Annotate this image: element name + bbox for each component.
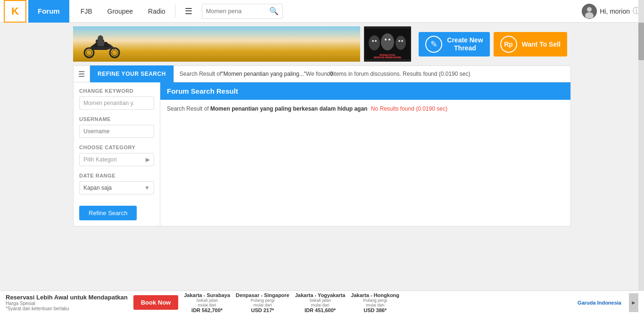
keyword-input[interactable] (79, 97, 154, 110)
results-panel: Forum Search Result Search Result of Mom… (160, 82, 571, 226)
svg-point-15 (381, 33, 394, 50)
refine-tab: REFINE YOUR SEARCH (90, 65, 173, 82)
svg-point-6 (112, 50, 117, 56)
action-buttons: ✎ Create NewThread Rp Want To Sell (415, 26, 571, 62)
nav-radio[interactable]: Radio (140, 0, 173, 23)
nav-groupee[interactable]: Groupee (100, 0, 140, 23)
svg-point-3 (84, 48, 94, 57)
list-view-icon[interactable]: ☰ (73, 65, 90, 82)
username-input[interactable] (79, 125, 154, 138)
refine-bar: ☰ REFINE YOUR SEARCH Search Result of "M… (73, 65, 571, 82)
nav-fjb-label: FJB (81, 8, 92, 15)
category-section: CHOOSE CATEGORY Pilih Kategori ▶ (79, 145, 154, 166)
nav-divider (175, 5, 175, 18)
date-value: Kapan saja (83, 185, 112, 191)
svg-point-18 (375, 40, 377, 42)
svg-point-21 (398, 40, 400, 42)
result-keyword: "Momen penantian yang paling..." (222, 71, 306, 77)
main-content: CHANGE KEYWORD USERNAME CHOOSE CATEGORY … (73, 82, 571, 226)
svg-point-1 (587, 7, 592, 12)
banner-ad: PERINGATAN: MEROKOK MEMBUNUHMU (364, 26, 411, 62)
category-label: CHOOSE CATEGORY (79, 145, 154, 150)
svg-point-20 (388, 39, 390, 40)
banner-area: PERINGATAN: MEROKOK MEMBUNUHMU ✎ Create … (0, 23, 644, 65)
nav-groupee-label: Groupee (107, 8, 133, 15)
banner-main (73, 26, 360, 62)
refine-tab-label: REFINE YOUR SEARCH (98, 71, 166, 77)
navbar: K Forum FJB Groupee Radio ☰ 🔍 Hi, morion… (0, 0, 644, 23)
no-results-text: No Results found (0.0190 sec) (371, 105, 447, 112)
logo-k: K (11, 5, 19, 17)
svg-point-17 (372, 40, 374, 42)
result-prefix: Search Result of (180, 71, 222, 77)
scrollbar[interactable] (638, 0, 644, 226)
svg-point-16 (396, 36, 406, 50)
search-result-info: Search Result of "Momen penantian yang p… (173, 65, 571, 82)
category-arrow-icon: ▶ (146, 156, 150, 163)
results-body-prefix: Search Result of (167, 105, 210, 112)
username-label: USERNAME (79, 116, 154, 122)
results-header-title: Forum Search Result (167, 87, 238, 95)
scrollbar-thumb[interactable] (638, 23, 644, 60)
svg-text:MEROKOK MEMBUNUHMU: MEROKOK MEMBUNUHMU (374, 56, 402, 59)
nav-menu-icon[interactable]: ☰ (177, 0, 200, 23)
found-text: We found (306, 71, 330, 77)
refine-search-button[interactable]: Refine Search (79, 206, 137, 220)
user-greeting: Hi, morion (600, 8, 630, 15)
date-label: DATE RANGE (79, 173, 154, 178)
result-count: 0 (330, 71, 333, 77)
category-dropdown[interactable]: Pilih Kategori ▶ (79, 153, 154, 166)
want-to-sell-label: Want To Sell (522, 40, 561, 48)
search-input[interactable] (206, 8, 267, 15)
date-dropdown[interactable]: Kapan saja ▼ (79, 181, 154, 194)
svg-point-5 (110, 48, 119, 57)
svg-point-19 (385, 39, 387, 40)
svg-rect-12 (98, 40, 104, 46)
search-icon[interactable]: 🔍 (269, 7, 279, 16)
logo-box[interactable]: K (4, 0, 26, 23)
results-body: Search Result of Momen penantian yang pa… (160, 100, 570, 118)
create-thread-label: Create NewThread (447, 36, 483, 52)
results-header: Forum Search Result (160, 82, 570, 100)
motorcycle-silhouette (81, 35, 123, 60)
create-thread-button[interactable]: ✎ Create NewThread (419, 32, 489, 56)
username-section: USERNAME (79, 116, 154, 138)
date-section: DATE RANGE Kapan saja ▼ (79, 173, 154, 194)
nav-user: Hi, morion ⓘ (582, 4, 640, 19)
search-box: 🔍 (202, 4, 283, 19)
result-suffix: items in forum discussions. Results foun… (333, 71, 471, 77)
svg-point-14 (369, 35, 380, 50)
svg-point-22 (401, 40, 403, 42)
category-placeholder: Pilih Kategori (83, 156, 117, 163)
nav-radio-label: Radio (148, 8, 165, 15)
keyword-section: CHANGE KEYWORD (79, 88, 154, 110)
nav-forum-label: Forum (38, 7, 60, 15)
keyword-label: CHANGE KEYWORD (79, 88, 154, 94)
rp-icon: Rp (500, 36, 517, 53)
sidebar: CHANGE KEYWORD USERNAME CHOOSE CATEGORY … (73, 82, 160, 226)
create-thread-icon: ✎ (425, 36, 442, 53)
want-to-sell-button[interactable]: Rp Want To Sell (494, 32, 567, 56)
avatar (582, 4, 597, 19)
nav-fjb[interactable]: FJB (73, 0, 100, 23)
svg-point-4 (86, 50, 92, 56)
nav-forum[interactable]: Forum (28, 0, 69, 23)
results-keyword: Momen penantian yang paling berkesan dal… (210, 105, 367, 112)
date-arrow-icon: ▼ (144, 185, 150, 191)
